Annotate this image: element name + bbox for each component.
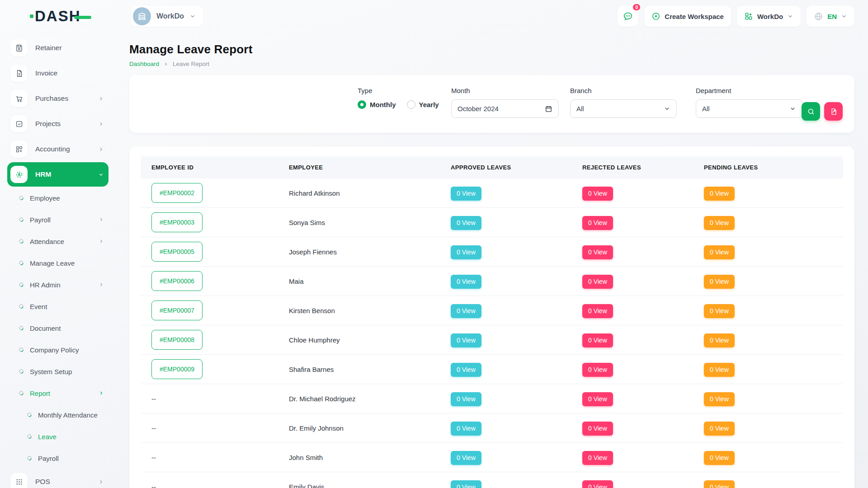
workspace-menu-button[interactable]: WorkDo bbox=[737, 6, 801, 27]
sidebar-subitem-company-policy[interactable]: Company Policy bbox=[7, 339, 108, 361]
type-yearly-radio[interactable]: Yearly bbox=[407, 100, 439, 109]
rejected-leaves-view-button[interactable]: 0 View bbox=[582, 275, 613, 289]
chevron-right-icon bbox=[98, 146, 104, 152]
department-value: All bbox=[702, 105, 710, 113]
logo-dot bbox=[30, 14, 33, 18]
chevron-right-icon bbox=[99, 282, 104, 287]
sidebar-subitem-report[interactable]: Report bbox=[7, 382, 108, 404]
rejected-leaves-view-button[interactable]: 0 View bbox=[582, 216, 613, 230]
sidebar-subitem-system-setup[interactable]: System Setup bbox=[7, 361, 108, 382]
dash-logo[interactable]: DASH bbox=[30, 8, 91, 25]
month-input[interactable]: October 2024 bbox=[451, 99, 559, 118]
employee-id-badge[interactable]: #EMP00002 bbox=[151, 183, 203, 203]
sidebar-subitem-hr-admin[interactable]: HR Admin bbox=[7, 274, 108, 296]
pending-leaves-view-button[interactable]: 0 View bbox=[704, 363, 735, 377]
rejected-leaves-view-button[interactable]: 0 View bbox=[582, 422, 613, 436]
approved-leaves-view-button[interactable]: 0 View bbox=[451, 245, 481, 259]
language-selector[interactable]: EN bbox=[807, 6, 854, 27]
export-button[interactable] bbox=[824, 102, 843, 121]
approved-leaves-view-button[interactable]: 0 View bbox=[451, 392, 481, 406]
search-button[interactable] bbox=[802, 102, 820, 121]
filter-buttons bbox=[802, 102, 843, 121]
approved-leaves-view-button[interactable]: 0 View bbox=[451, 216, 481, 230]
sidebar-subitem-monthly-attendance[interactable]: Monthly Attendance bbox=[7, 404, 108, 426]
create-workspace-button[interactable]: Create Workspace bbox=[644, 6, 731, 27]
messages-button[interactable]: 0 bbox=[618, 6, 638, 27]
logo-text: DASH bbox=[35, 8, 81, 25]
employee-name: Maia bbox=[289, 267, 451, 296]
pending-leaves-view-button[interactable]: 0 View bbox=[704, 451, 735, 465]
approved-leaves-view-button[interactable]: 0 View bbox=[451, 363, 481, 377]
cart-icon bbox=[10, 90, 28, 107]
pending-leaves-view-button[interactable]: 0 View bbox=[704, 480, 735, 488]
sidebar-item-retainer[interactable]: Retainer bbox=[7, 35, 108, 61]
type-monthly-radio[interactable]: Monthly bbox=[358, 100, 396, 109]
sidebar-subitem-payroll[interactable]: Payroll bbox=[7, 209, 108, 230]
employee-id-badge[interactable]: #EMP00003 bbox=[151, 212, 203, 232]
pending-leaves-view-button[interactable]: 0 View bbox=[704, 187, 735, 201]
rejected-leaves-view-button[interactable]: 0 View bbox=[582, 333, 613, 347]
pending-leaves-view-button[interactable]: 0 View bbox=[704, 245, 735, 259]
employee-id-badge[interactable]: #EMP00008 bbox=[151, 330, 203, 350]
sidebar-subitem-report-payroll[interactable]: Payroll bbox=[7, 447, 108, 469]
col-approved-leaves: APPROVED LEAVES bbox=[451, 156, 582, 178]
sidebar-subitem-document[interactable]: Document bbox=[7, 317, 108, 339]
sidebar-item-invoice[interactable]: Invoice bbox=[7, 61, 108, 86]
pending-leaves-view-button[interactable]: 0 View bbox=[704, 275, 735, 289]
rejected-leaves-view-button[interactable]: 0 View bbox=[582, 480, 613, 488]
table-row: #EMP00006 Maia 0 View 0 View 0 View bbox=[141, 267, 843, 296]
sidebar-item-hrm[interactable]: HRM bbox=[7, 162, 108, 187]
rejected-leaves-view-button[interactable]: 0 View bbox=[582, 304, 613, 318]
table-row: #EMP00002 Richard Atkinson 0 View 0 View… bbox=[141, 178, 843, 208]
department-filter-group: Department All bbox=[696, 87, 802, 118]
sidebar-item-pos[interactable]: POS bbox=[7, 469, 108, 488]
pending-leaves-view-button[interactable]: 0 View bbox=[704, 392, 735, 406]
pending-leaves-view-button[interactable]: 0 View bbox=[704, 216, 735, 230]
approved-leaves-view-button[interactable]: 0 View bbox=[451, 451, 481, 465]
main-content: Manage Leave Report Dashboard Leave Repo… bbox=[116, 33, 854, 488]
sidebar-item-accounting[interactable]: Accounting bbox=[7, 136, 108, 162]
approved-leaves-view-button[interactable]: 0 View bbox=[451, 480, 481, 488]
chevron-right-icon bbox=[99, 239, 104, 244]
month-value: October 2024 bbox=[458, 105, 499, 113]
breadcrumb-dashboard-link[interactable]: Dashboard bbox=[129, 61, 159, 67]
approved-leaves-view-button[interactable]: 0 View bbox=[451, 333, 481, 347]
employee-id-badge[interactable]: #EMP00007 bbox=[151, 300, 203, 320]
rejected-leaves-view-button[interactable]: 0 View bbox=[582, 392, 613, 406]
bullet-icon bbox=[18, 347, 24, 353]
rejected-leaves-view-button[interactable]: 0 View bbox=[582, 245, 613, 259]
plus-circle-icon bbox=[651, 12, 660, 21]
invoice-icon bbox=[10, 65, 28, 82]
sidebar-subitem-event[interactable]: Event bbox=[7, 296, 108, 317]
branch-label: Branch bbox=[570, 87, 677, 94]
bullet-icon bbox=[18, 282, 24, 288]
chevron-right-icon bbox=[98, 96, 104, 102]
bullet-icon bbox=[18, 260, 24, 266]
approved-leaves-view-button[interactable]: 0 View bbox=[451, 187, 481, 201]
rejected-leaves-view-button[interactable]: 0 View bbox=[582, 451, 613, 465]
employee-id-badge[interactable]: #EMP00005 bbox=[151, 242, 203, 262]
approved-leaves-view-button[interactable]: 0 View bbox=[451, 275, 481, 289]
branch-select[interactable]: All bbox=[570, 99, 677, 118]
bullet-icon bbox=[18, 303, 24, 310]
app-window: DASH WorkDo 0 Create Workspace bbox=[0, 0, 868, 488]
workspace-switcher[interactable]: WorkDo bbox=[131, 6, 203, 27]
sidebar-subitem-employee[interactable]: Employee bbox=[7, 187, 108, 209]
approved-leaves-view-button[interactable]: 0 View bbox=[451, 304, 481, 318]
logo-area: DASH bbox=[0, 8, 116, 25]
sidebar-item-projects[interactable]: Projects bbox=[7, 111, 108, 136]
sidebar-subitem-manage-leave[interactable]: Manage Leave bbox=[7, 252, 108, 274]
pending-leaves-view-button[interactable]: 0 View bbox=[704, 422, 735, 436]
employee-name: Joseph Fiennes bbox=[289, 237, 451, 267]
employee-id-badge[interactable]: #EMP00006 bbox=[151, 271, 203, 291]
sidebar-subitem-leave[interactable]: Leave bbox=[7, 426, 108, 447]
department-select[interactable]: All bbox=[696, 99, 802, 118]
employee-id-badge[interactable]: #EMP00009 bbox=[151, 359, 203, 379]
sidebar-item-purchases[interactable]: Purchases bbox=[7, 86, 108, 111]
pending-leaves-view-button[interactable]: 0 View bbox=[704, 333, 735, 347]
sidebar-subitem-attendance[interactable]: Attendance bbox=[7, 230, 108, 252]
pending-leaves-view-button[interactable]: 0 View bbox=[704, 304, 735, 318]
approved-leaves-view-button[interactable]: 0 View bbox=[451, 422, 481, 436]
rejected-leaves-view-button[interactable]: 0 View bbox=[582, 187, 613, 201]
rejected-leaves-view-button[interactable]: 0 View bbox=[582, 363, 613, 377]
